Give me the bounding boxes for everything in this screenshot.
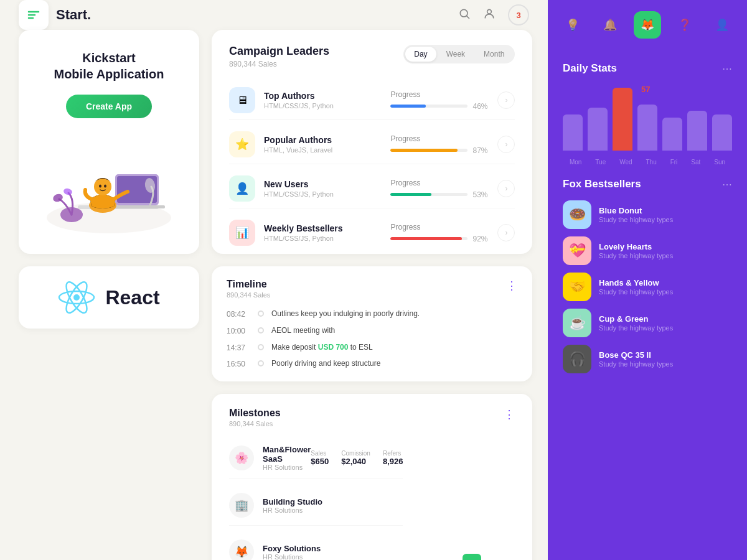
daily-stats-header: Daily Stats ⋯ bbox=[563, 62, 732, 75]
timeline-header: Timeline 890,344 Sales ⋮ bbox=[227, 279, 517, 299]
fox-item[interactable]: 💝 Lovely Hearts Study the highway types bbox=[563, 236, 732, 265]
fox-item-sub: Study the highway types bbox=[599, 360, 732, 368]
row-progress: Progress 53% bbox=[390, 179, 490, 199]
campaign-row: ⭐ Popular Authors HTML, VueJS, Laravel P… bbox=[229, 125, 515, 164]
daily-stats-bar bbox=[588, 108, 608, 151]
daily-stats-bar bbox=[563, 114, 583, 151]
progress-bar-wrap: 92% bbox=[390, 235, 490, 243]
timeline-item: 16:50 Poorly driving and keep structure bbox=[227, 358, 517, 369]
peak-value-label: 57 bbox=[641, 85, 650, 94]
milestone-info: Building Studio HR Solutions bbox=[263, 497, 403, 514]
row-chevron[interactable]: › bbox=[497, 136, 515, 153]
timeline-text: Poorly driving and keep structure bbox=[271, 358, 380, 369]
chart-day-label: Fri bbox=[670, 159, 678, 166]
sidebar-nav-help-icon[interactable]: ❓ bbox=[671, 11, 698, 39]
campaign-title: Campaign Leaders bbox=[229, 45, 329, 58]
campaign-subtitle: 890,344 Sales bbox=[229, 60, 329, 68]
row-chevron[interactable]: › bbox=[497, 224, 515, 241]
timeline-text: AEOL meeting with bbox=[271, 325, 335, 336]
react-logo-icon bbox=[58, 279, 95, 316]
svg-point-12 bbox=[94, 178, 111, 195]
tab-day[interactable]: Day bbox=[405, 47, 436, 62]
milestones-header: Milestones 890,344 Sales ⋮ bbox=[229, 408, 515, 427]
brand-name: Start. bbox=[56, 7, 91, 23]
sidebar-nav-idea-icon[interactable]: 💡 bbox=[559, 11, 586, 39]
tab-week[interactable]: Week bbox=[438, 47, 474, 62]
progress-fill bbox=[390, 193, 431, 196]
illustration bbox=[40, 137, 177, 236]
progress-fill bbox=[390, 105, 426, 108]
progress-bar bbox=[390, 149, 467, 152]
sidebar-nav-fox-icon[interactable]: 🦊 bbox=[634, 11, 661, 39]
progress-bar-wrap: 53% bbox=[390, 190, 490, 199]
timeline-time: 08:42 bbox=[227, 310, 250, 319]
milestone-row: 🌸 Man&Flower SaaS HR Solutions Sales $65… bbox=[229, 437, 403, 479]
milestone-sales: Sales $650 bbox=[311, 450, 329, 466]
row-icon: ⭐ bbox=[229, 131, 255, 157]
timeline-item: 14:37 Make deposit USD 700 to ESL bbox=[227, 342, 517, 353]
row-info: Popular Authors HTML, VueJS, Laravel bbox=[264, 135, 390, 154]
svg-point-5 bbox=[487, 9, 492, 14]
row-tech: HTML/CSS/JS, Python bbox=[264, 102, 390, 110]
row-tech: HTML, VueJS, Laravel bbox=[264, 146, 390, 154]
fox-bestsellers-section: Fox Bestsellers ⋯ 🍩 Blue Donut Study the… bbox=[548, 175, 747, 560]
milestones-chart bbox=[415, 437, 515, 560]
fox-bestsellers-menu[interactable]: ⋯ bbox=[722, 179, 732, 190]
chart-day-label: Sat bbox=[691, 159, 700, 166]
fox-item-name: Hands & Yellow bbox=[599, 278, 732, 287]
tab-group: Day Week Month bbox=[403, 45, 515, 63]
row-name: Weekly Bestsellers bbox=[264, 223, 390, 233]
daily-stats-menu[interactable]: ⋯ bbox=[722, 63, 732, 75]
sidebar-nav-user-icon[interactable]: 👤 bbox=[708, 11, 736, 39]
progress-pct: 92% bbox=[472, 235, 490, 243]
timeline-item: 10:00 AEOL meeting with bbox=[227, 325, 517, 336]
sidebar-nav-notification-icon[interactable]: 🔔 bbox=[596, 11, 624, 39]
daily-stats-bar bbox=[613, 88, 632, 151]
row-icon: 🖥 bbox=[229, 87, 255, 113]
fox-item[interactable]: 🎧 Bose QC 35 II Study the highway types bbox=[563, 345, 732, 373]
daily-stats-bar bbox=[712, 114, 732, 151]
milestone-icon: 🏢 bbox=[229, 493, 254, 518]
kickstart-title: Kickstart Mobile Application bbox=[54, 50, 164, 82]
milestones-card: Milestones 890,344 Sales ⋮ 🌸 Man&Flower … bbox=[212, 394, 532, 560]
row-icon: 👤 bbox=[229, 175, 255, 202]
progress-pct: 46% bbox=[472, 102, 490, 111]
timeline-time: 14:37 bbox=[227, 343, 250, 352]
progress-label: Progress bbox=[390, 134, 490, 143]
milestone-sub: HR Solutions bbox=[263, 464, 311, 471]
timeline-item: 08:42 Outlines keep you indulging in poo… bbox=[227, 309, 517, 319]
row-chevron[interactable]: › bbox=[497, 91, 515, 109]
milestone-icon: 🌸 bbox=[229, 446, 254, 470]
fox-item[interactable]: 🍩 Blue Donut Study the highway types bbox=[563, 200, 732, 229]
chart-labels: MonTueWedThuFriSatSun bbox=[563, 159, 732, 166]
timeline-menu-icon[interactable]: ⋮ bbox=[506, 279, 517, 292]
create-app-button[interactable]: Create App bbox=[66, 95, 152, 118]
daily-stats-chart: 57 MonTueWedThuFriSatSun bbox=[563, 85, 732, 166]
svg-point-3 bbox=[460, 9, 467, 17]
notification-badge[interactable]: 3 bbox=[508, 4, 529, 26]
timeline-text: Outlines keep you indulging in poorly dr… bbox=[271, 309, 420, 319]
kickstart-card: Kickstart Mobile Application Create App bbox=[19, 30, 199, 254]
tab-month[interactable]: Month bbox=[475, 47, 513, 62]
user-icon-header[interactable] bbox=[483, 7, 496, 23]
milestone-commission: Comission $2,040 bbox=[341, 450, 370, 466]
fox-item-sub: Study the highway types bbox=[599, 252, 732, 259]
fox-item-info: Lovely Hearts Study the highway types bbox=[599, 242, 732, 259]
row-chevron[interactable]: › bbox=[497, 180, 515, 197]
user-icon: 👤 bbox=[715, 18, 729, 32]
timeline-title: Timeline bbox=[227, 279, 270, 290]
fox-icon: 🦊 bbox=[641, 18, 654, 32]
milestone-name: Building Studio bbox=[263, 497, 403, 506]
search-icon[interactable] bbox=[458, 7, 471, 23]
daily-stats-bar bbox=[637, 105, 657, 151]
milestones-title: Milestones bbox=[229, 408, 281, 419]
fox-item[interactable]: ☕ Cup & Green Study the highway types bbox=[563, 309, 732, 337]
daily-stats-section: Daily Stats ⋯ 57 MonTueWedThuFriSatSun bbox=[548, 50, 747, 175]
fox-item[interactable]: 🤝 Hands & Yellow Study the highway types bbox=[563, 273, 732, 301]
row-info: New Users HTML/CSS/JS, Python bbox=[264, 179, 390, 198]
react-card: React bbox=[19, 266, 199, 329]
milestone-name: Man&Flower SaaS bbox=[263, 445, 311, 464]
fox-item-info: Cup & Green Study the highway types bbox=[599, 314, 732, 332]
progress-bar-wrap: 46% bbox=[390, 102, 490, 111]
milestones-menu-icon[interactable]: ⋮ bbox=[504, 408, 515, 421]
